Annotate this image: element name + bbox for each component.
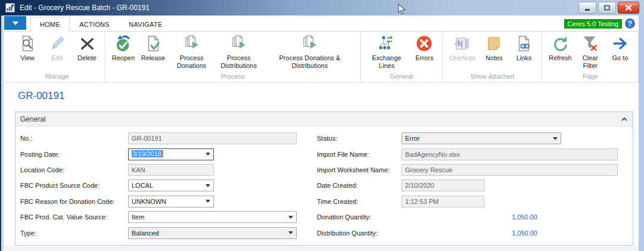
ribbon-group-label: Process bbox=[108, 71, 357, 82]
field-type-combobox[interactable]: Balanced bbox=[128, 227, 297, 239]
reopen-icon bbox=[114, 34, 133, 53]
links-icon bbox=[514, 34, 533, 53]
window-title: Edit - Grocery Rescue Batch - GR-00191 bbox=[20, 4, 150, 12]
button-label: Process Distributions bbox=[219, 54, 259, 70]
dropdown-arrow-icon[interactable] bbox=[288, 216, 293, 219]
field-label-import-file-name: Import File Name: bbox=[317, 151, 402, 158]
field-label-no: No.: bbox=[20, 135, 128, 142]
field-fbc-reason-for-donation-code-combobox[interactable]: UNKNOWN bbox=[128, 196, 214, 207]
links-button[interactable]: Links bbox=[509, 33, 539, 63]
process-donations-button[interactable]: Process Donations bbox=[168, 33, 215, 71]
button-label: Go to bbox=[612, 54, 629, 62]
combobox-value: LOCAL bbox=[132, 182, 153, 189]
exchange-lines-button[interactable]: Exchange Lines bbox=[364, 33, 410, 71]
field-time-created: 1:12:53 PM bbox=[402, 196, 484, 207]
field-row: Time Created:1:12:53 PM bbox=[317, 194, 618, 209]
ribbon-group-show-attached: OneNoteNotesLinksShow Attached bbox=[443, 32, 542, 82]
field-row: Status:Error bbox=[317, 131, 618, 146]
button-label: Process Donations bbox=[172, 54, 211, 70]
close-button[interactable] bbox=[618, 2, 639, 14]
dropdown-arrow-icon[interactable] bbox=[206, 184, 210, 187]
tab-home[interactable]: HOME bbox=[30, 17, 70, 32]
field-row: Date Created:2/10/2020 bbox=[317, 178, 618, 193]
title-bar: Edit - Grocery Rescue Batch - GR-00191 bbox=[0, 0, 644, 16]
help-button[interactable]: ? bbox=[625, 18, 635, 29]
dropdown-arrow-icon[interactable] bbox=[206, 200, 210, 203]
field-row: FBC Prod. Cat. Value Source:Item bbox=[20, 209, 297, 225]
release-icon bbox=[144, 34, 163, 53]
field-date-created: 2/10/2020 bbox=[402, 179, 484, 191]
combobox-value: UNKNOWN bbox=[132, 198, 166, 205]
field-posting-date-combobox[interactable]: 3/19/2018 bbox=[128, 148, 214, 160]
button-label: Reopen bbox=[112, 54, 135, 62]
dropdown-arrow-icon[interactable] bbox=[206, 153, 210, 156]
field-label-posting-date: Posting Date: bbox=[20, 151, 128, 158]
delete-icon bbox=[77, 34, 97, 53]
refresh-button[interactable]: Refresh bbox=[545, 33, 575, 63]
goto-icon bbox=[611, 34, 630, 53]
delete-button[interactable]: Delete bbox=[72, 33, 102, 63]
ribbon: ViewEditDeleteManageReopenReleaseProcess… bbox=[4, 32, 639, 83]
button-label: Exchange Lines bbox=[368, 54, 406, 70]
ribbon-group-label: Page bbox=[545, 71, 635, 82]
selected-text: 3/19/2018 bbox=[132, 150, 162, 157]
clear-filter-button[interactable]: Clear Filter bbox=[575, 33, 605, 71]
field-label-status: Status: bbox=[317, 135, 402, 142]
field-label-donation-quantity: Donation Quantity: bbox=[317, 213, 402, 221]
ribbon-group-general: Exchange LinesErrorsGeneral bbox=[361, 32, 443, 82]
general-fasttab-header[interactable]: General bbox=[15, 112, 633, 126]
window-border bbox=[1, 16, 4, 251]
field-row: No.:GR-00191 bbox=[20, 131, 297, 146]
text-caret bbox=[162, 150, 163, 158]
field-import-worksheet-name: Grocery Rescue bbox=[402, 164, 618, 176]
field-label-location-code: Location Code: bbox=[20, 166, 128, 173]
window-border bbox=[639, 16, 644, 251]
tab-actions[interactable]: ACTIONS bbox=[70, 17, 119, 32]
ribbon-group-manage: ViewEditDeleteManage bbox=[10, 32, 105, 82]
button-label: Notes bbox=[486, 54, 503, 62]
dropdown-arrow-icon[interactable] bbox=[288, 231, 293, 234]
field-row: Type:Balanced bbox=[20, 225, 297, 240]
field-label-distribution-quantity: Distribution Quantity: bbox=[317, 230, 402, 237]
ribbon-group-page: RefreshClear FilterGo toPage bbox=[542, 32, 639, 82]
combobox-value: Balanced bbox=[132, 230, 159, 237]
release-button[interactable]: Release bbox=[138, 33, 168, 63]
reopen-button[interactable]: Reopen bbox=[108, 33, 138, 63]
field-status-combobox[interactable]: Error bbox=[402, 132, 561, 144]
process-donations-distributions-button[interactable]: Process Donations & Distributions bbox=[262, 33, 357, 71]
button-label: Links bbox=[517, 54, 532, 62]
field-row: Import Worksheet Name:Grocery Rescue bbox=[317, 162, 618, 178]
button-label: Release bbox=[141, 54, 165, 62]
process-distributions-button[interactable]: Process Distributions bbox=[215, 33, 262, 71]
page-title: GR-00191 bbox=[18, 90, 64, 102]
onenote-icon bbox=[453, 34, 472, 53]
collapse-section-icon[interactable] bbox=[621, 115, 628, 123]
errors-icon bbox=[415, 34, 434, 53]
minimize-button[interactable] bbox=[578, 2, 596, 14]
tab-navigate[interactable]: NAVIGATE bbox=[119, 17, 172, 32]
go-to-button[interactable]: Go to bbox=[605, 33, 635, 63]
section-label: General bbox=[20, 115, 46, 123]
dropdown-arrow-icon[interactable] bbox=[553, 137, 558, 140]
maximize-button[interactable] bbox=[598, 2, 616, 14]
button-label: Errors bbox=[415, 54, 433, 62]
view-button[interactable]: View bbox=[13, 33, 42, 63]
errors-button[interactable]: Errors bbox=[409, 33, 439, 63]
distribution-quantity-drilldown-link[interactable]: 1,050.00 bbox=[512, 230, 537, 237]
field-label-fbc-reason-for-donation-code: FBC Reason for Donation Code: bbox=[20, 198, 128, 205]
view-icon bbox=[18, 34, 37, 53]
field-fbc-prod-cat-value-source-combobox[interactable]: Item bbox=[128, 211, 297, 223]
app-menu-button[interactable] bbox=[4, 16, 26, 30]
exchange-lines-icon bbox=[377, 34, 396, 53]
field-row: FBC Reason for Donation Code:UNKNOWN bbox=[20, 194, 297, 209]
page-bottom-strip bbox=[4, 246, 639, 251]
field-label-fbc-product-source-code: FBC Product Source Code: bbox=[20, 182, 128, 189]
field-fbc-product-source-code-combobox[interactable]: LOCAL bbox=[128, 179, 214, 191]
field-row: Posting Date:3/19/2018 bbox=[20, 146, 297, 162]
app-chart-icon bbox=[5, 3, 15, 13]
field-row: FBC Product Source Code:LOCAL bbox=[20, 178, 297, 193]
field-row: Import File Name:BadAgencyNo.xlsx bbox=[317, 146, 618, 162]
donation-quantity-drilldown-link[interactable]: 1,050.00 bbox=[512, 213, 537, 221]
button-label: Edit bbox=[52, 54, 63, 62]
notes-button[interactable]: Notes bbox=[479, 33, 509, 63]
